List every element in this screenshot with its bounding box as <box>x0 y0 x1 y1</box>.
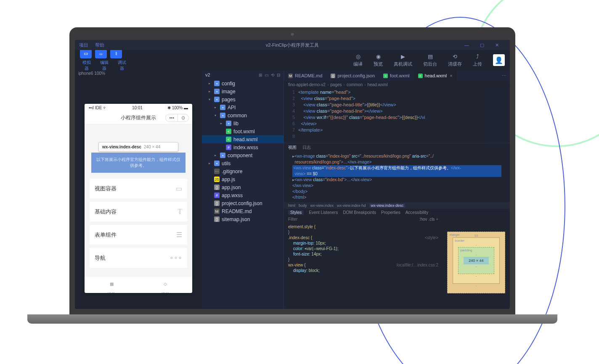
minimize-icon[interactable]: — <box>464 42 469 48</box>
file-app-js[interactable]: JSapp.js <box>202 175 284 183</box>
new-file-icon[interactable]: ⊞ <box>259 73 262 77</box>
accessibility-tab[interactable]: Accessibility <box>406 210 428 215</box>
capsule-close-icon[interactable]: ⊙ <box>178 114 188 121</box>
close-icon[interactable]: ✕ <box>495 42 499 48</box>
collapse-icon[interactable]: ⊟ <box>277 73 280 77</box>
maximize-icon[interactable]: ▢ <box>480 42 484 48</box>
mode-debugger-label: 调试器 <box>116 60 128 71</box>
mode-editor-icon[interactable]: ‹› <box>95 49 107 58</box>
dom-path[interactable]: html body wx-view.index wx-view.index-hd… <box>284 202 510 209</box>
close-icon[interactable]: × <box>450 73 452 78</box>
wxss-icon: # <box>214 193 220 198</box>
compile-button[interactable]: ◎编译 <box>353 53 363 67</box>
md-icon: M <box>288 74 293 78</box>
new-folder-icon[interactable]: ▭ <box>265 73 268 77</box>
remote-debug-button[interactable]: ▶真机调试 <box>394 53 412 67</box>
json-icon: {} <box>214 216 220 222</box>
background-icon: ▤ <box>427 53 434 60</box>
hov-cls-button[interactable]: :hov .cls <box>419 217 435 222</box>
clear-cache-button[interactable]: ⟲清缓存 <box>448 53 462 67</box>
folder-icon: ▪ <box>214 89 220 94</box>
mode-simulator-label: 模拟器 <box>81 60 93 71</box>
md-icon: M <box>214 208 220 214</box>
remote-icon: ▶ <box>400 53 406 60</box>
file-app-json[interactable]: {}app.json <box>202 183 284 191</box>
tab-foot-wxml[interactable]: <foot.wxml <box>379 70 413 81</box>
file-foot-wxml[interactable]: <foot.wxml <box>202 127 284 135</box>
carrier-label: ••ıl IDE ᯤ <box>89 106 107 110</box>
folder-icon: ▪ <box>220 105 225 110</box>
wxml-icon: < <box>226 137 231 142</box>
tab-api[interactable]: ◇接口 <box>138 277 192 293</box>
mode-simulator-icon[interactable]: ▭ <box>80 49 92 58</box>
folder-api[interactable]: ▸▪API <box>202 103 284 111</box>
file-readme[interactable]: MREADME.md <box>202 207 284 215</box>
tab-component[interactable]: ▦组件 <box>85 277 138 293</box>
menu-help[interactable]: 帮助 <box>95 42 104 48</box>
folder-component[interactable]: ▸▪component <box>202 151 284 159</box>
folder-icon: ▪ <box>214 81 220 86</box>
folder-common[interactable]: ▾▪common <box>202 111 284 119</box>
menu-item-form[interactable]: 表单组件☰ <box>90 225 187 245</box>
file-app-wxss[interactable]: #app.wxss <box>202 191 284 199</box>
mode-debugger-icon[interactable]: ⫴ <box>110 49 122 58</box>
file-head-wxml[interactable]: <head.wxml <box>202 135 284 143</box>
json-icon: {} <box>214 185 220 190</box>
folder-utils[interactable]: ▸▪utils <box>202 159 284 167</box>
upload-icon: ⤴ <box>474 53 481 60</box>
simulator-device-label[interactable]: iphone6 100% <box>75 70 202 79</box>
properties-tab[interactable]: Properties <box>381 210 400 215</box>
camera-dot <box>291 33 294 36</box>
editor-tabs: MREADME.md {}project.config.json <foot.w… <box>284 70 510 81</box>
menu-item-content[interactable]: 基础内容𝕋 <box>90 202 187 222</box>
add-rule-icon[interactable]: + <box>436 217 438 222</box>
clock-label: 10:01 <box>132 106 143 110</box>
mode-editor-label: 编辑器 <box>98 60 110 71</box>
code-editor[interactable]: 1234 5678 <template name="head"> <view c… <box>284 88 510 143</box>
project-root-label[interactable]: v2 <box>205 72 210 77</box>
file-project-config[interactable]: {}project.config.json <box>202 199 284 207</box>
text-icon: 𝕋 <box>178 208 182 216</box>
file-icon: ⋯ <box>214 169 220 174</box>
simulator-panel: iphone6 100% ••ıl IDE ᯤ 10:01 ✱ 100% ▬ 小… <box>75 70 202 309</box>
folder-lib[interactable]: ▸▪lib <box>202 119 284 127</box>
tab-head-wxml[interactable]: <head.wxml× <box>414 70 457 81</box>
css-rules[interactable]: element.style { } .index-desc {<style> m… <box>284 222 443 275</box>
folder-config[interactable]: ▸▪config <box>202 79 284 87</box>
dom-breakpoints-tab[interactable]: DOM Breakpoints <box>343 210 376 215</box>
folder-icon: ▪ <box>220 153 225 158</box>
event-listeners-tab[interactable]: Event Listeners <box>309 210 338 215</box>
file-explorer: v2 ⊞ ▭ ⟲ ⊟ ▸▪config ▸▪image ▾▪pages ▸▪AP… <box>202 70 284 309</box>
devtools-tab-wxml[interactable]: 视图 <box>288 145 297 150</box>
file-gitignore[interactable]: ⋯.gitignore <box>202 167 284 175</box>
file-sitemap[interactable]: {}sitemap.json <box>202 215 284 223</box>
capsule-menu-icon[interactable]: ••• <box>166 114 178 121</box>
background-button[interactable]: ▤切后台 <box>423 53 437 67</box>
preview-button[interactable]: ◉预览 <box>374 53 383 67</box>
minimap[interactable] <box>489 88 510 143</box>
refresh-icon[interactable]: ⟲ <box>271 73 274 77</box>
menu-item-view[interactable]: 视图容器▭ <box>90 179 187 198</box>
dom-tree[interactable]: ▸<wx-image class="index-logo" src="../re… <box>284 152 510 202</box>
tab-project-config[interactable]: {}project.config.json <box>326 70 379 81</box>
tabs-more-icon[interactable]: ⋯ <box>498 73 510 79</box>
avatar[interactable]: 👤 <box>493 54 505 66</box>
menu-item-nav[interactable]: 导航∘∘∘ <box>90 248 187 268</box>
folder-image[interactable]: ▸▪image <box>202 87 284 95</box>
highlighted-desc: 以下将展示小程序官方组件能力，组件样式仅供参考。 <box>91 153 186 173</box>
styles-tab[interactable]: Styles <box>288 210 304 215</box>
folder-pages[interactable]: ▾▪pages <box>202 95 284 103</box>
menubar: 项目 帮助 v2-FinClip小程序开发工具 — ▢ ✕ <box>75 40 510 50</box>
tab-readme[interactable]: MREADME.md <box>284 70 326 81</box>
menu-project[interactable]: 项目 <box>79 42 88 48</box>
js-icon: JS <box>214 177 220 182</box>
api-icon: ◇ <box>141 279 190 289</box>
styles-filter-input[interactable] <box>288 217 419 222</box>
wxml-icon: < <box>383 74 388 78</box>
devtools-tab-other[interactable]: 日志 <box>302 145 311 150</box>
window-title: v2-FinClip小程序开发工具 <box>266 42 319 48</box>
json-icon: {} <box>214 200 220 206</box>
breadcrumb[interactable]: fino-applet-demo-v2›pages›common›head.wx… <box>284 81 510 88</box>
file-index-wxss[interactable]: #index.wxss <box>202 143 284 151</box>
upload-button[interactable]: ⤴上传 <box>473 53 482 67</box>
